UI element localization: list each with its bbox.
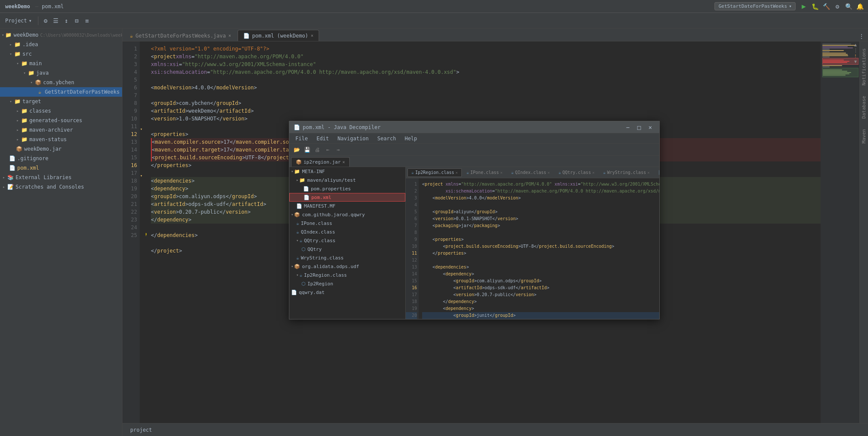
popup-minimize-button[interactable]: − [623, 123, 633, 132]
tree-item-maven-status[interactable]: ▸ 📁 maven-status [0, 135, 122, 144]
menu-search[interactable]: Search [373, 135, 400, 142]
tree-item-gitignore[interactable]: 📄 .gitignore [0, 154, 122, 163]
ft-item-manifest[interactable]: 📄 MANIFEST.MF [289, 202, 405, 210]
popup-save-icon[interactable]: 💾 [302, 145, 312, 154]
tree-item-main[interactable]: ▾ 📁 main [0, 59, 122, 68]
tab-pom[interactable]: 📄 pom.xml (weekDemo) × [238, 30, 319, 41]
tree-item-src[interactable]: ▾ 📁 src [0, 49, 122, 59]
tree-item-package[interactable]: ▾ 📦 com.ybchen [0, 78, 122, 87]
settings-toolbar-icon[interactable]: ⚙ [41, 16, 50, 25]
folder-icon: 📁 [21, 126, 28, 133]
tree-item-maven-archiver[interactable]: ▸ 📁 maven-archiver [0, 125, 122, 135]
cp-tab-close[interactable]: × [592, 171, 594, 175]
cp-tab-ip2region[interactable]: ☕ Ip2Region.class × [407, 168, 462, 177]
database-tab[interactable]: Database [860, 92, 868, 122]
popup-forward-icon[interactable]: → [333, 145, 343, 154]
cp-tab-qindex[interactable]: ☕ QIndex.class × [507, 168, 554, 177]
menu-help[interactable]: Help [400, 135, 421, 142]
tree-item-weekdemo[interactable]: ▾ 📁 weekDemo C:\Users\W0000032\Downloads… [0, 30, 122, 40]
tree-item-java-class[interactable]: ☕ GetStartDateForPastWeeks [0, 87, 122, 97]
dp-line-3: <modelVersion>4.0.0</modelVersion> [422, 195, 659, 202]
maven-tab[interactable]: Maven [860, 126, 868, 147]
toolbar: Project ▾ ⚙ ☰ ↕ ⊟ ≡ [0, 13, 868, 28]
cp-tab-qqtry[interactable]: ☕ QQtry.class × [555, 168, 599, 177]
popup-print-icon[interactable]: 🖨 [313, 145, 322, 154]
fold-icon-18[interactable]: ▾ [140, 174, 142, 178]
bulb-icon[interactable]: 💡 [146, 231, 147, 239]
fold-icon-12[interactable]: ▾ [140, 127, 142, 131]
cp-tab-close[interactable]: × [548, 171, 550, 175]
ft-item-alidata[interactable]: ▾ 📦 org.alidata.odps.udf [289, 262, 405, 271]
tree-item-pom[interactable]: 📄 pom.xml [0, 163, 122, 173]
ft-item-pom-xml[interactable]: 📄 pom.xml [289, 193, 405, 202]
popup-maximize-button[interactable]: □ [634, 123, 644, 132]
cp-tab-close[interactable]: × [455, 171, 458, 175]
ft-item-ipone[interactable]: ☕ IPone.class [289, 219, 405, 227]
project-selector[interactable]: Project ▾ [2, 18, 35, 24]
ft-label: IPone.class [301, 221, 332, 226]
tree-item-scratches[interactable]: ▸ 📝 Scratches and Consoles [0, 182, 122, 192]
bottom-tab-project[interactable]: project [126, 426, 157, 434]
cp-tab-ipone[interactable]: ☕ IPone.class × [463, 168, 507, 177]
build-button[interactable]: 🔨 [821, 2, 831, 11]
sort-icon[interactable]: ↕ [62, 16, 71, 25]
ft-item-qqwry-dat[interactable]: 📄 qqwry.dat [289, 288, 405, 297]
tree-item-idea[interactable]: ▸ 📁 .idea [0, 40, 122, 49]
popup-open-icon[interactable]: 📂 [292, 145, 301, 154]
ft-item-wrystring[interactable]: ☕ WryString.class [289, 253, 405, 262]
tab-close-icon[interactable]: × [229, 33, 231, 38]
popup-close-button[interactable]: × [646, 123, 655, 132]
build-config-selector[interactable]: GetStartDateForPastWeeks ▾ [714, 2, 796, 10]
tabs-more-icon[interactable]: ⋮ [857, 32, 866, 41]
class-icon: ⬡ [301, 281, 306, 287]
tree-item-jar[interactable]: 📦 weekDemo.jar [0, 144, 122, 154]
tree-label: java [36, 70, 49, 76]
arrow-icon: ▾ [296, 273, 298, 277]
cp-tab-pom[interactable]: 📄 pom.xml × [655, 168, 659, 177]
menu-file[interactable]: File [291, 135, 312, 142]
tree-item-gen-sources[interactable]: ▸ 📁 generated-sources [0, 116, 122, 125]
run-button[interactable]: ▶ [799, 2, 808, 11]
filter-icon[interactable]: ⊟ [72, 16, 81, 25]
tree-item-target[interactable]: ▾ 📁 target [0, 97, 122, 106]
ft-item-maven[interactable]: ▸ 📁 maven/aliyun/test [289, 176, 405, 184]
ft-item-ip2region[interactable]: ▾ ☕ Ip2Region.class [289, 271, 405, 279]
search-everywhere-icon[interactable]: 🔍 [844, 2, 853, 11]
notifications-icon[interactable]: 🔔 [855, 2, 865, 11]
menu-edit[interactable]: Edit [312, 135, 333, 142]
menu-navigation[interactable]: Navigation [333, 135, 373, 142]
ft-item-qqtry-inner[interactable]: ⬡ QQtry [289, 245, 405, 253]
cp-tab-close[interactable]: × [647, 171, 649, 175]
tab-close-icon[interactable]: × [311, 33, 313, 38]
tree-label: .gitignore [17, 155, 48, 161]
popup-tabs: 📦 ip2region.jar × [289, 156, 659, 167]
scroll-down-icon[interactable]: ▼ [854, 59, 857, 64]
ft-item-qqwry[interactable]: ▾ 📦 com.github.jarod.qqwry [289, 210, 405, 219]
cp-tab-close[interactable]: × [500, 171, 502, 175]
file-icon: 📄 [296, 203, 302, 209]
project-tree[interactable]: ▾ 📁 weekDemo C:\Users\W0000032\Downloads… [0, 28, 122, 436]
popup-content: ▾ 📁 META-INF ▸ 📁 maven/aliyun/test 📄 pom… [289, 167, 659, 319]
line-numbers: 12345 678910 11 12 131415 16 17181920 21… [122, 41, 140, 423]
tree-item-ext-libs[interactable]: ▸ 📚 External Libraries [0, 173, 122, 182]
cp-tab-wrystring[interactable]: ☕ WryString.class × [599, 168, 654, 177]
settings-icon[interactable]: ⚙ [833, 2, 842, 11]
collapse-icon[interactable]: ≡ [82, 16, 92, 25]
popup-tab-jar[interactable]: 📦 ip2region.jar × [291, 157, 350, 167]
popup-back-icon[interactable]: ← [323, 145, 332, 154]
jar-tab-close[interactable]: × [342, 160, 345, 164]
debug-button[interactable]: 🐛 [810, 2, 820, 11]
layout-icon[interactable]: ☰ [51, 16, 61, 25]
ft-item-pom-props[interactable]: 📄 pom.properties [289, 184, 405, 193]
notifications-tab[interactable]: Notifications [860, 45, 868, 89]
tab-java[interactable]: ☕ GetStartDateForPastWeeks.java × [124, 30, 237, 41]
code-line-6: <modelVersion>4.0.0</modelVersion> [151, 84, 821, 92]
decompiled-code-content[interactable]: <project xmlns="http://maven.apache.org/… [419, 178, 659, 319]
ft-item-qqtry[interactable]: ▾ ☕ QQtry.class [289, 236, 405, 245]
tree-item-classes[interactable]: ▸ 📁 classes [0, 106, 122, 116]
tree-item-java[interactable]: ▾ 📁 java [0, 68, 122, 78]
ft-item-ip2region-inner[interactable]: ⬡ Ip2Region [289, 279, 405, 288]
ft-item-meta-inf[interactable]: ▾ 📁 META-INF [289, 167, 405, 176]
ft-item-qindex[interactable]: ☕ QIndex.class [289, 227, 405, 236]
cp-tab-label: Ip2Region.class [415, 170, 454, 175]
